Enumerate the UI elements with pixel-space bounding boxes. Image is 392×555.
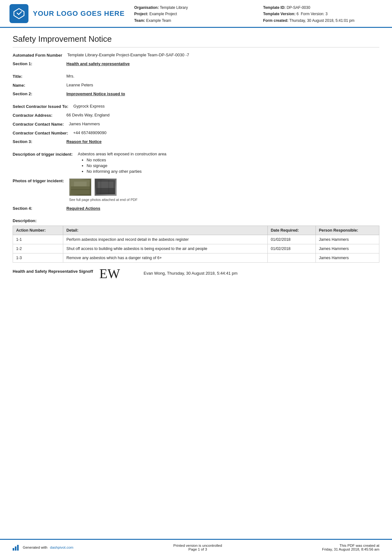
table-row: 1-1 Perform asbestos inspection and reco… [13,235,379,244]
date-2: 01/02/2018 [267,244,315,253]
template-id-value: DP-SAF-0030 [287,5,310,10]
section1-label: Section 1: [13,61,66,66]
dashpivot-icon [13,544,20,551]
content: Safety Improvement Notice Automated Form… [0,28,392,539]
org-line: Organisation: Template Library [134,4,250,11]
name-value: Leanne Peters [66,83,379,87]
action-num-2: 1-2 [13,244,63,253]
pdf-created-date: Friday, 31 August 2018, 8:45:56 am [322,547,379,551]
description-content: Asbestos areas left exposed in construct… [78,152,379,175]
description-value: Asbestos areas left exposed in construct… [78,152,166,156]
action-num-3: 1-3 [13,253,63,263]
contact-number-value: +44 65748909090 [73,130,379,135]
section3-header: Section 3: Reason for Notice [13,139,379,144]
form-created-label: Form created: [263,18,288,23]
table-body: 1-1 Perform asbestos inspection and reco… [13,235,379,263]
contact-number-label: Contractor Contact Number: [13,130,73,135]
signoff-signature: EW [99,267,137,280]
logo-area: YOUR LOGO GOES HERE [9,3,125,24]
section2-heading: Improvement Notice issued to [66,91,379,96]
uncontrolled-text: Printed version is uncontrolled [173,544,222,547]
pdf-created-label: This PDF was created at [322,544,379,547]
bullet-1: No notices [87,158,379,162]
spacer2 [13,101,379,104]
signoff-label: Health and Safety Representative Signoff [13,269,93,274]
section2-header: Section 2: Improvement Notice issued to [13,91,379,96]
action-num-1: 1-1 [13,235,63,244]
spacer3 [13,148,379,152]
project-value: Example Project [149,12,177,16]
title-row: Title: Mrs. [13,74,379,79]
footer-left: Generated with dashpivot.com [13,544,73,551]
address-row: Contractor Address: 66 Devils Way, Engla… [13,113,379,118]
section1-heading: Health and safety representative [66,61,379,66]
logo-text: YOUR LOGO GOES HERE [33,9,125,18]
table-row: 1-3 Remove any asbestos which has a dang… [13,253,379,263]
form-number-value: Template Library-Example Project-Example… [67,53,379,57]
photo-thumb-1 [69,178,91,196]
bar-1 [13,548,14,551]
signoff-meta: Evan Wong, Thursday, 30 August 2018, 5:4… [144,269,237,276]
svg-rect-2 [74,182,87,186]
table-head: Action Number: Detail: Date Required: Pe… [13,226,379,235]
form-version-value: 3 [325,12,328,16]
section3-label: Section 3: [13,139,66,144]
document-title: Safety Improvement Notice [13,34,379,47]
person-1: James Hammers [315,235,379,244]
section4-label: Section 4: [13,206,66,211]
title-value: Mrs. [66,74,379,78]
photo-2-svg [96,180,115,194]
generated-text: Generated with [23,546,47,549]
contact-name-label: Contractor Contact Name: [13,122,69,127]
address-label: Contractor Address: [13,113,66,118]
team-value: Example Team [146,18,171,23]
table-header-row: Action Number: Detail: Date Required: Pe… [13,226,379,235]
detail-3: Remove any asbestos which has a danger r… [63,253,267,263]
dashpivot-link[interactable]: dashpivot.com [50,546,73,549]
photos-row: Photos of trigger incident: [13,178,379,202]
section1-header: Section 1: Health and safety representat… [13,61,379,66]
form-version-label: Form Version: [301,12,324,16]
section3-heading: Reason for Notice [66,139,379,144]
org-value: Template Library [160,5,188,10]
description-row: Description of trigger incident: Asbesto… [13,152,379,175]
logo-icon [9,4,28,23]
svg-rect-1 [71,186,90,194]
form-created-value: Thursday, 30 August 2018, 5:41:01 pm [289,18,354,23]
photos-content: See full page photos attached at end of … [69,178,380,202]
name-row: Name: Leanne Peters [13,83,379,88]
title-label: Title: [13,74,66,79]
detail-1: Perform asbestos inspection and record d… [63,235,267,244]
actions-table: Action Number: Detail: Date Required: Pe… [13,226,379,263]
person-2: James Hammers [315,244,379,253]
date-1: 01/02/2018 [267,235,315,244]
bullet-2: No signage [87,163,379,168]
team-label: Team: [134,18,145,23]
description-label: Description of trigger incident: [13,152,78,157]
contractor-row: Select Contractor Issued To: Gyprock Exp… [13,104,379,109]
contact-name-value: James Hammers [69,122,379,126]
header-meta-right: Template ID: DP-SAF-0030 Template Versio… [263,4,379,24]
photos-label: Photos of trigger incident: [13,178,69,183]
bar-3 [17,545,19,551]
footer: Generated with dashpivot.com Printed ver… [0,539,392,555]
svg-rect-6 [96,188,115,194]
form-number-label: Automated Form Number [13,53,67,58]
footer-right: This PDF was created at Friday, 31 Augus… [322,544,379,551]
detail-2: Shut off access to building while asbest… [63,244,267,253]
org-label: Organisation: [134,5,159,10]
template-id-label: Template ID: [263,5,285,10]
page-info: Page 1 of 3 [173,547,222,551]
team-line: Team: Example Team [134,17,250,24]
col-person: Person Responsible: [315,226,379,235]
form-number-row: Automated Form Number Template Library-E… [13,53,379,58]
col-detail: Detail: [63,226,267,235]
bullet-3: No informing any other parties [87,169,379,174]
template-id-line: Template ID: DP-SAF-0030 [263,4,379,11]
header: YOUR LOGO GOES HERE Organisation: Templa… [0,0,392,28]
table-row: 1-2 Shut off access to building while as… [13,244,379,253]
header-meta: Organisation: Template Library Project: … [134,3,379,24]
project-line: Project: Example Project [134,11,250,17]
template-version-label: Template Version: [263,12,295,16]
address-value: 66 Devils Way, England [66,113,379,117]
